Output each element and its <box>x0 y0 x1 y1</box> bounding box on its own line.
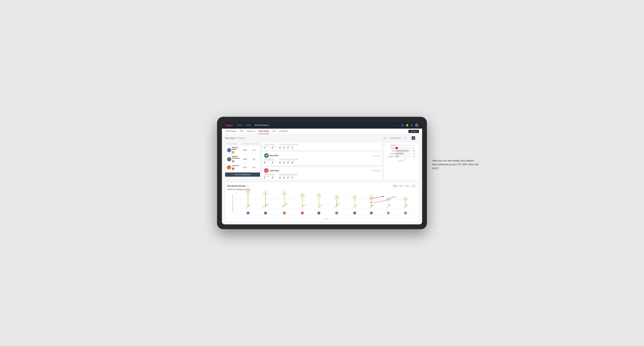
tournament-rounds-butler: 7 <box>264 147 265 149</box>
card-date-britt: 02 Sep 2023 <box>372 155 380 156</box>
nav-home[interactable]: Home <box>237 124 242 126</box>
score-crossman: 18/20 <box>240 158 249 160</box>
bar-row: Eagles 3 <box>386 144 417 146</box>
card-avatar-coles: JC <box>264 168 268 173</box>
main-content: Team Clippd | 14 Players ✎ Show Last 3 m… <box>222 134 422 224</box>
time-filter-dropdown[interactable]: Last 3 months ▾ <box>388 137 402 140</box>
bar-value: 96 <box>413 148 417 149</box>
bar-chart-panel: Eagles 3 Birdies 96 Pars 499 Bogeys 311 <box>384 142 419 180</box>
streak-subtitle: Off The Tee, Fairway Accuracy <box>227 188 417 190</box>
streak-bar-item: 5x J. Coles <box>300 194 305 215</box>
practice-rounds-butler: 6 <box>272 147 273 149</box>
card-avatar-britt: RB <box>264 153 268 158</box>
annotation-text: Here you can see streaks your players ha… <box>432 159 480 170</box>
streak-bubble: 4x <box>353 195 357 199</box>
view-full-leaderboard-button[interactable]: View Full Leaderboard <box>225 173 260 177</box>
bar-value: 499 <box>413 150 417 152</box>
streak-bubble: 6x <box>264 191 268 195</box>
tab-hcaps[interactable]: Hcaps 1-5 <box>247 129 256 134</box>
arrow-left-icon: ← <box>247 184 250 187</box>
app-logo: clippd <box>226 124 232 127</box>
tab-pga[interactable]: PGA <box>240 129 244 134</box>
table-row[interactable]: RB Richard Butler 1 19/20 110 <box>225 146 260 155</box>
avg-butler: 110 <box>250 149 258 151</box>
score-cameron: 17/20 <box>240 167 249 168</box>
rounds-group-butler: Total Rounds Tournament 7 Practice <box>264 144 276 149</box>
bar-value: 3 <box>413 145 417 146</box>
col-pb-avg: PB AVG SQ <box>250 143 258 145</box>
streak-bar-item: 5x R. Britt <box>316 194 321 215</box>
bar-fill <box>395 153 404 155</box>
bar-label: Pars <box>386 150 394 152</box>
activities-label-butler: Total Practice Activities <box>280 144 298 145</box>
bar-container <box>395 144 412 146</box>
sub-nav: PGAT Players PGA Hcaps 1-5 Team Clippd T… <box>222 129 422 134</box>
filter-ott-button[interactable]: OTT <box>392 185 398 187</box>
bar-fill <box>395 150 409 152</box>
putt-butler: 1 <box>292 147 293 149</box>
card-name-britt: Rees Britt <box>270 155 371 157</box>
streak-bar-item: 4x D. Ford <box>352 194 357 215</box>
tab-team-clippd[interactable]: Team Clippd <box>258 129 269 134</box>
filter-app-button[interactable]: APP <box>398 185 404 187</box>
settings-icon[interactable]: ⊕ <box>411 124 413 127</box>
avg-cameron: 103 <box>250 167 258 168</box>
nav-teams[interactable]: Teams <box>246 124 251 126</box>
edit-icon[interactable]: ✎ <box>245 137 247 139</box>
bar-value: 311 <box>413 153 417 154</box>
score-butler: 19/20 <box>240 149 249 151</box>
user-icon[interactable]: 👤 <box>401 124 404 127</box>
chevron-down-icon: ▾ <box>400 137 401 139</box>
leaderboard-panel: PLAYER NAME PB SCORE PB AVG SQ RB Richar… <box>225 142 260 180</box>
table-row[interactable]: EC Edward Crossman 2 18/20 107 <box>225 155 260 164</box>
bell-icon[interactable]: 🔔 <box>406 124 408 127</box>
streak-bar-item: 6x B. McHarg <box>262 194 269 215</box>
player-info-butler: Richard Butler 1 <box>232 147 240 154</box>
table-row[interactable]: C Cameron... 3 17/20 103 <box>225 164 260 171</box>
bar-fill <box>395 147 398 149</box>
tab-all-players[interactable]: All Players <box>279 129 288 134</box>
add-team-button[interactable]: Add Team <box>408 130 419 133</box>
filter-putt-button[interactable]: PUTT <box>410 185 417 187</box>
filter-arg-button[interactable]: ARG <box>404 185 410 187</box>
nav-my-performance[interactable]: My Performance <box>254 124 269 126</box>
bar-label: Birdies <box>386 147 394 149</box>
bar-chart-rows: Eagles 3 Birdies 96 Pars 499 Bogeys 311 <box>386 144 417 158</box>
tab-tour[interactable]: Tour <box>272 129 276 134</box>
streak-bar-item: 7x E. Ebert <box>245 194 250 215</box>
streak-bubble: 7x <box>246 190 250 194</box>
streak-bar-item: 6x D. Billingham <box>280 194 288 215</box>
sub-nav-tabs: PGAT Players PGA Hcaps 1-5 Team Clippd T… <box>225 129 288 134</box>
streak-avatar <box>246 211 250 215</box>
streak-avatar <box>335 211 338 215</box>
player-card-butler: Total Rounds Tournament 7 Practice <box>262 142 382 150</box>
bar-label: D. Bogeys + <box>386 156 394 157</box>
player-avatar-cameron: C <box>227 165 231 170</box>
user-avatar[interactable]: U <box>415 123 418 127</box>
player-avatar-butler: RB <box>227 148 231 152</box>
streak-bubble: 4x <box>370 195 373 199</box>
chart-view-button[interactable]: ▤ <box>412 136 415 140</box>
show-label: Show <box>383 137 387 139</box>
table-view-button[interactable]: ↕ <box>416 136 419 140</box>
grid-view-button[interactable]: ⊞ <box>404 136 408 140</box>
streak-bar-item: 3x C. Quick <box>403 194 408 215</box>
col-player-name: PLAYER NAME <box>227 143 241 145</box>
streak-bar-item: 4x E. Crossman <box>333 194 341 215</box>
list-view-button[interactable]: ≡ <box>408 136 411 140</box>
leaderboard-table: PLAYER NAME PB SCORE PB AVG SQ RB Richar… <box>225 142 260 171</box>
bar-container <box>395 150 412 152</box>
bar-row: Birdies 96 <box>386 147 417 149</box>
bar-fill <box>395 155 399 158</box>
tab-pgat-players[interactable]: PGAT Players <box>225 129 236 134</box>
card-name-coles: Josh Coles <box>270 170 371 172</box>
bar-container <box>395 147 412 149</box>
ott-butler: 0 <box>280 147 280 149</box>
player-info-crossman: Edward Crossman 2 <box>232 156 240 163</box>
search-icon[interactable]: ⌕ <box>398 124 399 127</box>
chart-x-label: Total Shots <box>386 160 417 161</box>
streak-bubble: 4x <box>335 195 338 199</box>
player-cards-panel: Total Rounds Tournament 7 Practice <box>262 142 382 180</box>
team-title: Team Clippd | 14 Players ✎ <box>225 137 247 139</box>
rounds-label-butler: Total Rounds <box>264 144 276 145</box>
